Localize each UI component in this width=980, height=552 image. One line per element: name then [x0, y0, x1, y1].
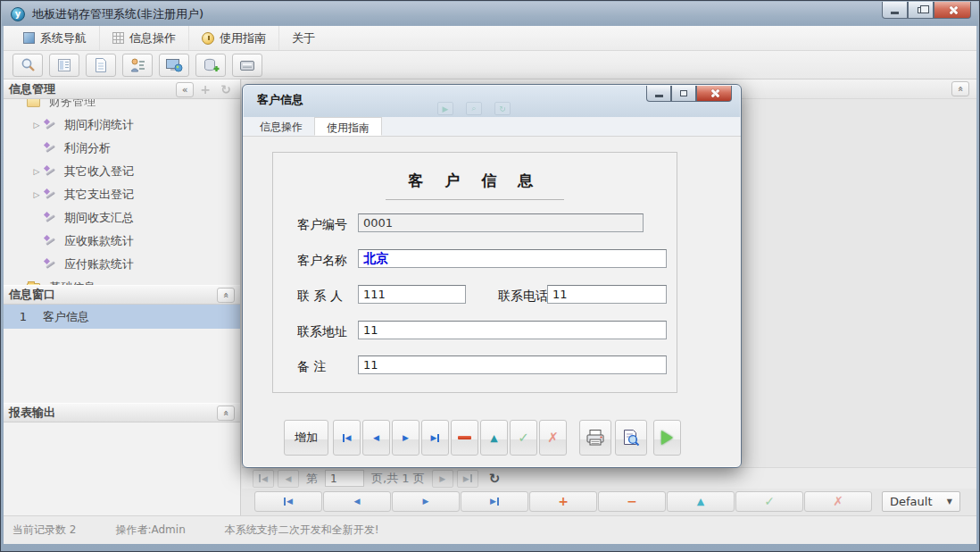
menu-label: 信息操作: [129, 30, 176, 46]
menu-user-guide[interactable]: 使用指南: [189, 26, 279, 50]
menu-about[interactable]: 关于: [279, 26, 328, 50]
address-field[interactable]: [358, 321, 667, 339]
menu-label: 关于: [292, 30, 315, 46]
record-cancel-button[interactable]: ✗: [804, 491, 872, 512]
tree-item-profit-stats[interactable]: ▷ 期间利润统计: [4, 113, 240, 137]
document-button[interactable]: [86, 54, 116, 77]
menu-info-ops[interactable]: 信息操作: [100, 26, 189, 50]
close-button[interactable]: [934, 2, 971, 19]
minimize-icon: [891, 12, 899, 14]
menu-system-nav[interactable]: 系统导航: [11, 26, 100, 50]
minimize-button[interactable]: [882, 2, 908, 19]
tree-item-label: 基础信息: [46, 278, 99, 285]
tree-item-payables[interactable]: 应付账款统计: [4, 253, 240, 276]
refresh-icon[interactable]: ↻: [489, 471, 501, 487]
dialog-title-bar[interactable]: 客户信息 ▶ ⌕ ↻: [243, 85, 741, 117]
chevron-up-icon: «: [220, 410, 231, 416]
page-number-input[interactable]: [325, 470, 364, 487]
minus-icon: [458, 436, 471, 439]
expand-icon[interactable]: ▷: [30, 121, 43, 130]
last-page-icon: ▶: [463, 474, 472, 483]
record-add-button[interactable]: +: [529, 491, 597, 512]
close-icon: [948, 5, 958, 15]
sidebar-header-info-management[interactable]: 信息管理 « + ↻: [4, 79, 240, 99]
expand-icon[interactable]: ◢: [12, 283, 25, 286]
monitor-button[interactable]: [159, 54, 189, 77]
first-record-button[interactable]: ◀: [333, 420, 361, 456]
app-window: y 地板进销存管理系统(非注册用户) 系统导航 信息操作 使用指南 关于: [0, 0, 980, 552]
expand-icon[interactable]: ▷: [30, 167, 43, 176]
page-last-button[interactable]: ▶: [457, 470, 478, 488]
run-button[interactable]: [653, 420, 681, 456]
print-preview-button[interactable]: [615, 420, 647, 456]
page-next-button[interactable]: ▶: [432, 470, 453, 488]
plus-icon: +: [558, 494, 569, 508]
record-delete-button[interactable]: −: [598, 491, 666, 512]
tab-info-ops[interactable]: 信息操作: [248, 117, 314, 136]
staff-button[interactable]: [122, 54, 153, 77]
tab-user-guide[interactable]: 使用指南: [314, 117, 382, 136]
title-bar[interactable]: y 地板进销存管理系统(非注册用户): [2, 2, 978, 26]
info-window-item-selected[interactable]: 1 客户信息: [4, 305, 240, 329]
collapse-sidebar-button[interactable]: «: [176, 82, 194, 97]
record-edit-button[interactable]: ▲: [667, 491, 735, 512]
search-icon: [20, 57, 37, 73]
collapse-report-button[interactable]: «: [217, 406, 235, 421]
contact-field[interactable]: [358, 285, 466, 304]
play-icon: ▶: [437, 102, 453, 115]
delete-record-button[interactable]: [451, 420, 478, 456]
edit-record-button[interactable]: ▲: [480, 420, 508, 456]
dialog-maximize-button[interactable]: [671, 86, 696, 102]
export-button[interactable]: [195, 54, 226, 77]
panel-title: 信息窗口: [9, 287, 55, 303]
tree-item-other-expense[interactable]: ▷ 其它支出登记: [4, 183, 240, 206]
report-button[interactable]: [49, 54, 79, 77]
sidebar-header-info-window[interactable]: 信息窗口 «: [4, 285, 240, 305]
main-toolbar: [4, 51, 976, 79]
prev-record-button[interactable]: ◀: [362, 420, 390, 456]
view-select[interactable]: Default ▼: [882, 491, 960, 512]
page-prev-button[interactable]: ◀: [278, 470, 299, 488]
panel-title: 报表输出: [9, 405, 55, 421]
name-field[interactable]: [358, 249, 667, 268]
code-field[interactable]: [358, 213, 644, 232]
dialog-controls: [646, 86, 732, 102]
archive-button[interactable]: [232, 54, 262, 77]
add-button[interactable]: 增加: [284, 420, 328, 456]
collapse-info-window-button[interactable]: «: [217, 288, 235, 303]
record-prev-button[interactable]: ◀: [323, 491, 391, 512]
window-title: 地板进销存管理系统(非注册用户): [32, 6, 203, 22]
next-record-button[interactable]: ▶: [392, 420, 419, 456]
confirm-button[interactable]: ✓: [510, 420, 537, 456]
first-record-icon: ◀: [284, 497, 293, 506]
remark-field[interactable]: [358, 355, 667, 374]
document-icon: [94, 57, 108, 73]
collapse-content-button[interactable]: «: [951, 81, 969, 96]
record-confirm-button[interactable]: ✓: [735, 491, 803, 512]
restore-button[interactable]: [908, 2, 934, 19]
expand-icon[interactable]: ▷: [30, 190, 43, 199]
tree-item-income-expense-summary[interactable]: 期间收支汇总: [4, 206, 240, 230]
tree-item-profit-analysis[interactable]: 利润分析: [4, 137, 240, 160]
sidebar-header-report-output[interactable]: 报表输出 «: [4, 403, 240, 422]
page-first-button[interactable]: ◀: [253, 470, 274, 488]
dialog-close-button[interactable]: [696, 86, 732, 102]
dialog-minimize-button[interactable]: [646, 86, 671, 102]
tree-item-base-info[interactable]: ◢ 基础信息: [4, 276, 240, 285]
tree-item-receivables[interactable]: 应收账款统计: [4, 230, 240, 253]
view-select-value: Default: [890, 495, 933, 508]
search-button[interactable]: [12, 54, 43, 77]
tree-item-other-income[interactable]: ▷ 其它收入登记: [4, 160, 240, 183]
record-next-button[interactable]: ▶: [392, 491, 460, 512]
refresh-panel-button[interactable]: ↻: [217, 82, 235, 97]
add-panel-button[interactable]: +: [196, 82, 214, 97]
chevron-up-icon: «: [220, 292, 231, 298]
phone-field[interactable]: [547, 285, 667, 304]
record-last-button[interactable]: ▶: [461, 491, 528, 512]
last-record-button[interactable]: ▶: [421, 420, 449, 456]
tree-item-finance[interactable]: 财务管理: [4, 99, 240, 113]
print-button[interactable]: [579, 420, 611, 456]
record-first-button[interactable]: ◀: [254, 491, 322, 512]
cancel-button[interactable]: ✗: [539, 420, 567, 456]
tool-icon: [44, 142, 56, 155]
